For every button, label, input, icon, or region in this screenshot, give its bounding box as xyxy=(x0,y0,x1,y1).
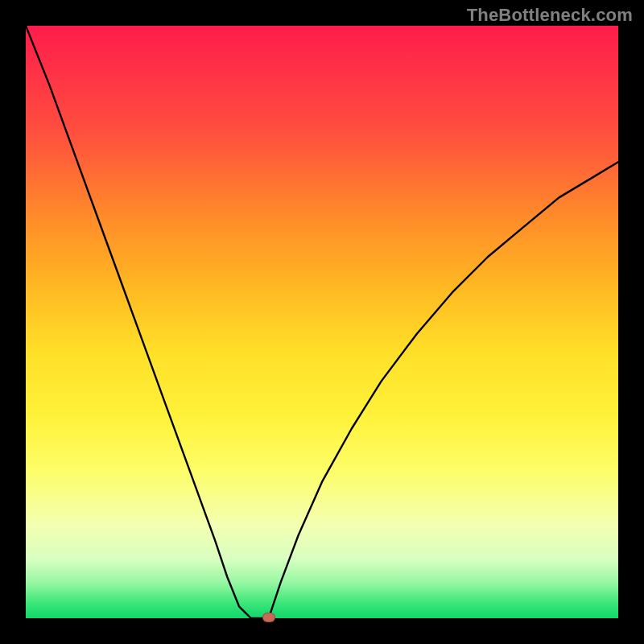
curve-path xyxy=(26,26,618,618)
optimum-marker xyxy=(262,613,275,622)
chart-frame: TheBottleneck.com xyxy=(0,0,644,644)
bottleneck-curve xyxy=(26,26,618,618)
watermark-text: TheBottleneck.com xyxy=(467,5,633,26)
